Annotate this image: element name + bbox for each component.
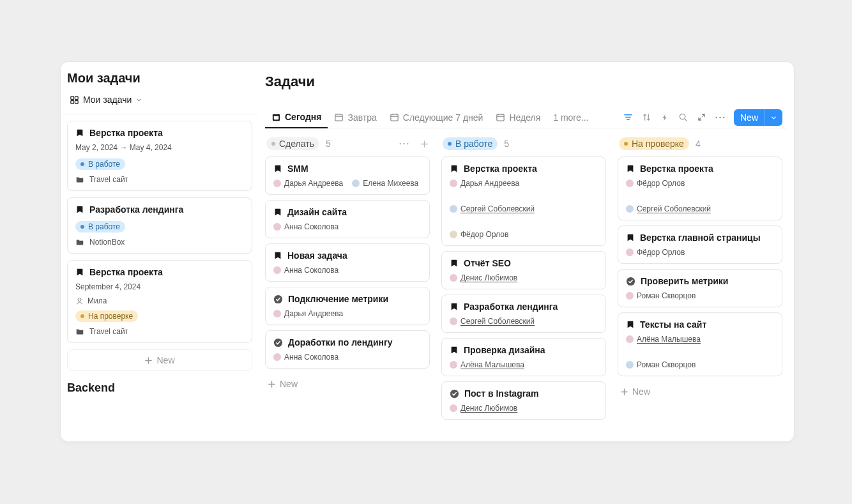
task-card[interactable]: Проверить метрики Роман Скворцов [618,269,782,307]
sort-icon[interactable] [642,112,651,122]
column-title[interactable]: Сделать [266,137,319,150]
assignee-name: Роман Скворцов [637,291,696,300]
task-card[interactable]: Дизайн сайта Анна Соколова [265,200,430,238]
page-title: Задачи [265,73,787,90]
avatar [626,179,634,187]
avatar [626,292,634,300]
task-card[interactable]: Разработка лендинга Сергей Соболевский [441,294,606,333]
avatar [273,266,281,274]
card-title-text: Верстка проекта [464,164,537,174]
column-count: 4 [696,139,701,149]
card-title-text: Разработка лендинга [464,302,558,312]
task-card[interactable]: Верстка главной страницы Фёдор Орлов [618,225,782,264]
task-card[interactable]: SMM Дарья АндрееваЕлена Михеева [265,157,430,195]
expand-icon[interactable] [697,112,706,122]
assignee-name: Елена Михеева [363,179,418,188]
dots-icon[interactable] [715,116,725,119]
task-card[interactable]: Новая задача Анна Соколова [265,243,430,282]
bookmark-icon [75,205,84,214]
dots-icon[interactable] [399,142,409,145]
assignees-list: Дарья АндрееваСергей СоболевскийФёдор Ор… [450,179,598,239]
assignee-name: Алёна Малышева [460,360,524,369]
check-circle-icon [273,338,283,347]
assignee-name: Фёдор Орлов [460,230,508,239]
assignee-name: Сергей Соболевский [637,204,711,213]
bookmark-icon [75,268,84,277]
column-title[interactable]: На проверке [619,137,689,150]
bookmark-icon [75,128,84,137]
avatar [273,223,281,231]
task-card[interactable]: Тексты на сайт Алёна МалышеваРоман Сквор… [618,312,782,376]
assignee-name: Сергей Соболевский [460,317,535,326]
assignee: Дарья Андреева [273,309,343,318]
avatar [626,248,634,256]
assignees-list: Сергей Соболевский [450,317,598,326]
plus-icon[interactable] [420,140,429,148]
assignees-list: Дарья Андреева [273,309,422,318]
new-task-button[interactable]: New [67,349,252,371]
tab-today[interactable]: Сегодня [265,107,328,128]
assignee: Анна Соколова [273,222,339,231]
assignee-name: Дарья Андреева [284,309,343,318]
folder-label: Travel сайт [89,327,128,336]
assignee-name: Анна Соколова [284,353,339,362]
task-card[interactable]: Подключение метрики Дарья Андреева [265,287,430,325]
assignees-list: Алёна Малышева [450,360,598,369]
check-circle-icon [626,277,635,286]
tab-more[interactable]: 1 more... [547,107,595,128]
avatar [626,205,634,213]
assignee-name: Мила [87,296,107,305]
assignee-name: Денис Любимов [460,273,517,282]
task-card[interactable]: Пост в Instagram Денис Любимов [441,381,606,420]
assignees-list: Анна Соколова [273,353,422,362]
bookmark-icon [273,251,282,260]
avatar [450,179,457,187]
sidebar-title: Мои задачи [67,71,252,92]
card-title-text: Доработки по лендингу [288,337,393,347]
task-card[interactable]: Доработки по лендингу Анна Соколова [265,330,430,369]
grid-icon [70,95,79,105]
column-title[interactable]: В работе [443,137,498,150]
tab-week[interactable]: Неделя [489,107,547,128]
tab-tomorrow[interactable]: Завтра [328,107,383,128]
task-card[interactable]: Верстка проекта Дарья АндрееваСергей Соб… [441,157,606,246]
card-title-text: Пост в Instagram [464,388,538,399]
task-card[interactable]: Отчёт SEO Денис Любимов [441,251,606,289]
view-selector[interactable]: Мои задачи [67,92,252,107]
avatar [626,335,634,343]
assignees-list: Фёдор ОрловСергей Соболевский [626,179,774,213]
avatar [626,361,634,369]
chevron-down-icon [135,96,142,103]
bolt-icon[interactable] [660,113,669,122]
new-button[interactable]: New [734,109,782,126]
task-card[interactable]: Проверка дизайна Алёна Малышева [441,338,606,376]
bookmark-icon [626,164,635,173]
task-card[interactable]: Верстка проекта Фёдор ОрловСергей Соболе… [618,157,782,220]
assignee: Алёна Малышева [450,360,598,369]
card-date: May 2, 2024 → May 4, 2024 [75,143,244,152]
avatar [450,404,457,412]
sidebar-task-card[interactable]: Верстка проекта September 4, 2024 Мила Н… [67,260,252,343]
filter-icon[interactable] [623,112,633,122]
assignee: Роман Скворцов [626,291,774,300]
card-title-text: Дизайн сайта [287,207,347,217]
add-card-button[interactable]: New [618,381,782,402]
assignee: Анна Соколова [273,266,339,275]
column-count: 5 [504,139,509,149]
assignee: Алёна Малышева [626,335,774,344]
divider [61,114,259,114]
assignee: Фёдор Орлов [626,248,774,257]
card-title: Верстка проекта [89,128,163,138]
plus-icon [620,388,628,396]
tabs-row: Сегодня Завтра Следующие 7 дней Неделя 1… [265,107,787,128]
status-badge: На проверке [75,310,138,322]
search-icon[interactable] [678,112,688,122]
card-title-text: Проверить метрики [641,276,728,286]
add-card-button[interactable]: New [265,374,430,394]
assignee-name: Алёна Малышева [637,335,701,344]
sidebar-task-card[interactable]: Разработка лендинга В работе NotionBox [67,197,252,254]
check-circle-icon [450,389,459,399]
tab-next7[interactable]: Следующие 7 дней [383,107,490,128]
sidebar-task-card[interactable]: Верстка проекта May 2, 2024 → May 4, 202… [67,121,252,191]
folder-icon [75,327,84,336]
